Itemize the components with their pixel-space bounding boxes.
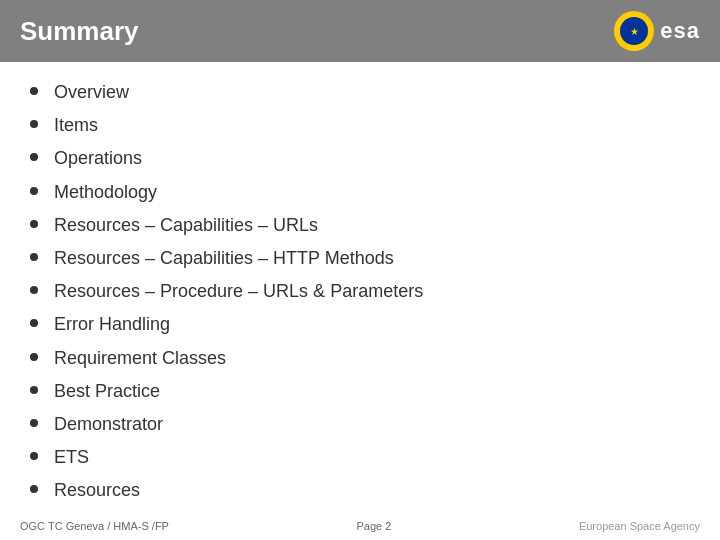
list-item: Methodology	[30, 180, 690, 205]
bullet-dot-icon	[30, 187, 38, 195]
page-title: Summary	[20, 16, 139, 47]
bullet-dot-icon	[30, 253, 38, 261]
list-item: Requirement Classes	[30, 346, 690, 371]
list-item-label: Resources	[54, 478, 140, 503]
list-item-label: Resources – Procedure – URLs & Parameter…	[54, 279, 423, 304]
header: Summary ★ esa	[0, 0, 720, 62]
content-area: OverviewItemsOperationsMethodologyResour…	[0, 62, 720, 521]
list-item: Error Handling	[30, 312, 690, 337]
bullet-dot-icon	[30, 220, 38, 228]
esa-star-icon: ★	[630, 26, 639, 37]
bullet-dot-icon	[30, 120, 38, 128]
list-item: Operations	[30, 146, 690, 171]
list-item: Demonstrator	[30, 412, 690, 437]
list-item-label: ETS	[54, 445, 89, 470]
esa-logo: ★ esa	[614, 11, 700, 51]
list-item-label: Demonstrator	[54, 412, 163, 437]
list-item: Resources – Capabilities – HTTP Methods	[30, 246, 690, 271]
list-item-label: Error Handling	[54, 312, 170, 337]
list-item-label: Methodology	[54, 180, 157, 205]
summary-list: OverviewItemsOperationsMethodologyResour…	[30, 80, 690, 503]
list-item-label: Operations	[54, 146, 142, 171]
bullet-dot-icon	[30, 485, 38, 493]
list-item: Items	[30, 113, 690, 138]
bullet-dot-icon	[30, 419, 38, 427]
list-item-label: Items	[54, 113, 98, 138]
bullet-dot-icon	[30, 286, 38, 294]
list-item: Overview	[30, 80, 690, 105]
list-item-label: Overview	[54, 80, 129, 105]
esa-logo-text: esa	[660, 18, 700, 44]
list-item-label: Requirement Classes	[54, 346, 226, 371]
list-item: ETS	[30, 445, 690, 470]
footer: OGC TC Geneva / HMA-S /FP Page 2 Europea…	[0, 520, 720, 532]
bullet-dot-icon	[30, 153, 38, 161]
bullet-dot-icon	[30, 353, 38, 361]
footer-left: OGC TC Geneva / HMA-S /FP	[20, 520, 169, 532]
bullet-dot-icon	[30, 386, 38, 394]
bullet-dot-icon	[30, 452, 38, 460]
esa-logo-circle: ★	[614, 11, 654, 51]
list-item-label: Resources – Capabilities – HTTP Methods	[54, 246, 394, 271]
footer-right: European Space Agency	[579, 520, 700, 532]
list-item: Resources	[30, 478, 690, 503]
list-item-label: Best Practice	[54, 379, 160, 404]
list-item: Best Practice	[30, 379, 690, 404]
bullet-dot-icon	[30, 319, 38, 327]
bullet-dot-icon	[30, 87, 38, 95]
list-item: Resources – Capabilities – URLs	[30, 213, 690, 238]
list-item: Resources – Procedure – URLs & Parameter…	[30, 279, 690, 304]
footer-page: Page 2	[356, 520, 391, 532]
list-item-label: Resources – Capabilities – URLs	[54, 213, 318, 238]
